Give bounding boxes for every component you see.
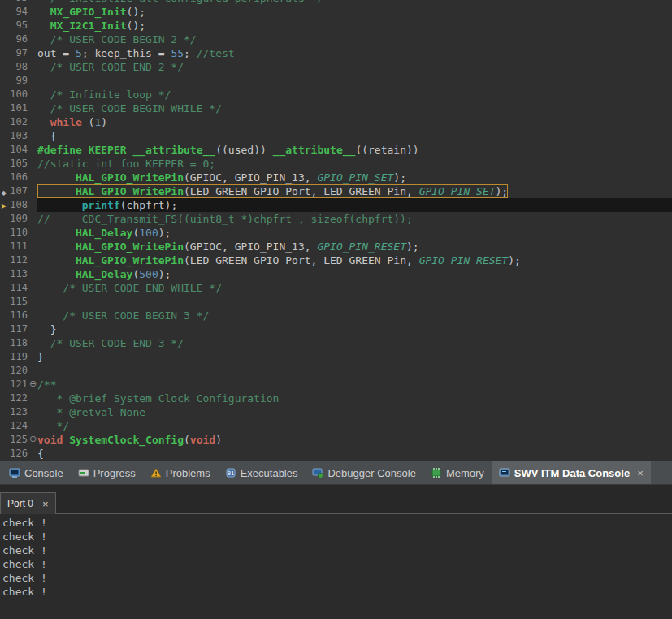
code-token: ); bbox=[158, 268, 171, 280]
line-number[interactable]: 109 bbox=[7, 212, 28, 226]
line-number[interactable]: 100 bbox=[7, 88, 28, 102]
code-token: { bbox=[37, 448, 44, 460]
marker-column bbox=[0, 419, 7, 433]
progress-icon bbox=[78, 467, 89, 478]
code-line[interactable]: 105//static int foo KEEPER = 0; bbox=[0, 157, 672, 171]
code-line[interactable]: 120 bbox=[0, 364, 672, 378]
line-number[interactable]: 110 bbox=[7, 226, 28, 240]
code-token: HAL_Delay bbox=[76, 227, 132, 239]
code-token: GPIO_PIN_RESET bbox=[317, 240, 406, 253]
line-number[interactable]: 125 bbox=[7, 433, 28, 447]
code-line[interactable]: 126{ bbox=[0, 447, 672, 461]
code-line[interactable]: 109// CDC_Transmit_FS((uint8_t *)chpfrt … bbox=[0, 212, 672, 226]
code-line[interactable]: 102 while (1) bbox=[0, 115, 672, 129]
code-line[interactable]: 95 MX_I2C1_Init(); bbox=[0, 19, 672, 32]
code-line[interactable]: ◆107 HAL_GPIO_WritePin(LED_GREEN_GPIO_Po… bbox=[0, 184, 672, 198]
line-number[interactable]: 107 bbox=[7, 184, 28, 198]
line-number[interactable]: 94 bbox=[7, 5, 28, 19]
tab-debugger-console[interactable]: Debugger Console bbox=[305, 461, 423, 484]
line-number[interactable]: 101 bbox=[7, 102, 28, 115]
line-number[interactable]: 112 bbox=[7, 253, 28, 267]
code-line[interactable]: 118 /* USER CODE END 3 */ bbox=[0, 336, 672, 350]
fold-column bbox=[28, 447, 37, 461]
tab-console[interactable]: Console bbox=[2, 461, 71, 484]
tab-swv-itm-data-console[interactable]: SWV ITM Data Console× bbox=[492, 461, 651, 484]
code-line[interactable]: 110 HAL_Delay(100); bbox=[0, 226, 672, 240]
code-content: HAL_GPIO_WritePin(GPIOC, GPIO_PIN_13, GP… bbox=[37, 171, 406, 184]
code-line[interactable]: 117 } bbox=[0, 322, 672, 336]
code-line[interactable]: 106 HAL_GPIO_WritePin(GPIOC, GPIO_PIN_13… bbox=[0, 171, 672, 184]
code-line[interactable]: 114 /* USER CODE END WHILE */ bbox=[0, 281, 672, 295]
marker-column bbox=[0, 281, 7, 295]
fold-minus-icon[interactable]: ⊖ bbox=[28, 378, 37, 392]
code-line[interactable]: 113 HAL_Delay(500); bbox=[0, 267, 672, 281]
tab-progress[interactable]: Progress bbox=[71, 461, 143, 484]
line-number[interactable]: 105 bbox=[7, 157, 28, 171]
line-number[interactable]: 117 bbox=[7, 322, 28, 336]
code-line[interactable]: 123 * @retval None bbox=[0, 405, 672, 419]
line-number[interactable]: 99 bbox=[7, 74, 28, 88]
line-number[interactable]: 113 bbox=[7, 267, 28, 281]
line-number[interactable]: 96 bbox=[7, 32, 28, 46]
line-number[interactable]: 119 bbox=[7, 350, 28, 364]
line-number[interactable]: 106 bbox=[7, 171, 28, 184]
code-token: ); bbox=[158, 227, 171, 239]
console-output[interactable]: check !check !check !check !check !check… bbox=[0, 514, 672, 619]
code-line[interactable]: 99 bbox=[0, 74, 672, 88]
code-text-area: * @brief System Clock Configuration bbox=[37, 392, 672, 405]
tab-problems[interactable]: Problems bbox=[143, 461, 218, 484]
code-editor[interactable]: 93 /* Initialize all configured peripher… bbox=[0, 0, 672, 461]
code-line[interactable]: 94 MX_GPIO_Init(); bbox=[0, 5, 672, 19]
code-text-area: #define KEEPER __attribute__((used)) __a… bbox=[37, 143, 672, 157]
close-icon[interactable]: × bbox=[637, 467, 644, 479]
close-icon[interactable]: × bbox=[42, 498, 49, 510]
line-number[interactable]: 104 bbox=[7, 143, 28, 157]
tab-memory[interactable]: Memory bbox=[423, 461, 492, 484]
line-number[interactable]: 97 bbox=[7, 46, 28, 60]
code-line[interactable]: 122 * @brief System Clock Configuration bbox=[0, 392, 672, 405]
line-number[interactable]: 103 bbox=[7, 129, 28, 143]
line-number[interactable]: 108 bbox=[7, 198, 28, 212]
bottom-tabbar: ConsoleProgressProblems01ExecutablesDebu… bbox=[0, 461, 672, 485]
tab-port-0[interactable]: Port 0 × bbox=[0, 492, 56, 514]
code-line[interactable]: 111 HAL_GPIO_WritePin(GPIOC, GPIO_PIN_13… bbox=[0, 240, 672, 253]
code-line[interactable]: 116 /* USER CODE BEGIN 3 */ bbox=[0, 309, 672, 322]
code-line[interactable]: 101 /* USER CODE BEGIN WHILE */ bbox=[0, 102, 672, 115]
code-line[interactable]: 115 bbox=[0, 295, 672, 309]
fold-column bbox=[28, 419, 37, 433]
code-line[interactable]: 119} bbox=[0, 350, 672, 364]
code-line[interactable]: 121⊖/** bbox=[0, 378, 672, 392]
line-number[interactable]: 116 bbox=[7, 309, 28, 322]
line-number[interactable]: 98 bbox=[7, 60, 28, 74]
tab-executables[interactable]: 01Executables bbox=[218, 461, 306, 484]
code-line[interactable]: 124 */ bbox=[0, 419, 672, 433]
code-line[interactable]: 100 /* Infinite loop */ bbox=[0, 88, 672, 102]
code-line[interactable]: 125⊖void SystemClock_Config(void) bbox=[0, 433, 672, 447]
code-line[interactable]: ➤108 printf(chpfrt); bbox=[0, 198, 672, 212]
code-token: out = bbox=[37, 47, 76, 59]
line-number[interactable]: 124 bbox=[7, 419, 28, 433]
line-number[interactable]: 114 bbox=[7, 281, 28, 295]
code-token: GPIO_PIN_SET bbox=[317, 171, 393, 184]
line-number[interactable]: 123 bbox=[7, 405, 28, 419]
line-number[interactable]: 115 bbox=[7, 295, 28, 309]
code-line[interactable]: 96 /* USER CODE BEGIN 2 */ bbox=[0, 32, 672, 46]
code-line[interactable]: 98 /* USER CODE END 2 */ bbox=[0, 60, 672, 74]
line-number[interactable]: 120 bbox=[7, 364, 28, 378]
code-line[interactable]: 104#define KEEPER __attribute__((used)) … bbox=[0, 143, 672, 157]
line-number[interactable]: 118 bbox=[7, 336, 28, 350]
tab-label: Executables bbox=[241, 467, 298, 479]
line-number[interactable]: 95 bbox=[7, 19, 28, 32]
marker-column: ➤ bbox=[0, 198, 7, 212]
instruction-pointer-icon: ➤ bbox=[0, 201, 7, 210]
line-number[interactable]: 121 bbox=[7, 378, 28, 392]
code-line[interactable]: 97out = 5; keep_this = 55; //test bbox=[0, 46, 672, 60]
line-number[interactable]: 122 bbox=[7, 392, 28, 405]
code-line[interactable]: 112 HAL_GPIO_WritePin(LED_GREEN_GPIO_Por… bbox=[0, 253, 672, 267]
fold-column bbox=[28, 405, 37, 419]
line-number[interactable]: 102 bbox=[7, 115, 28, 129]
line-number[interactable]: 111 bbox=[7, 240, 28, 253]
line-number[interactable]: 126 bbox=[7, 447, 28, 461]
fold-minus-icon[interactable]: ⊖ bbox=[28, 433, 37, 447]
code-line[interactable]: 103 { bbox=[0, 129, 672, 143]
